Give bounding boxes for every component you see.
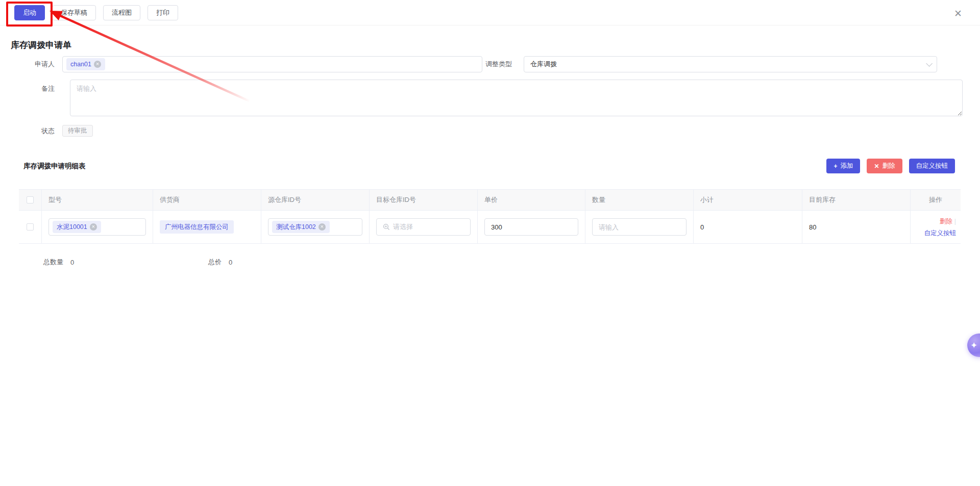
x-icon: ✕ bbox=[874, 163, 879, 170]
search-icon bbox=[383, 223, 390, 231]
tag-close-icon[interactable]: × bbox=[318, 223, 326, 231]
tag-close-icon[interactable]: × bbox=[94, 61, 101, 68]
model-tag-text: 水泥10001 bbox=[57, 223, 87, 232]
save-draft-button[interactable]: 保存草稿 bbox=[52, 5, 96, 20]
sparkle-icon: ✦ bbox=[970, 340, 977, 351]
quantity-input[interactable] bbox=[599, 223, 680, 231]
header-subtotal: 小计 bbox=[694, 190, 802, 210]
applicant-tag: chan01 × bbox=[66, 58, 105, 70]
header-actions: 操作 bbox=[911, 190, 961, 210]
applicant-tag-text: chan01 bbox=[70, 61, 91, 68]
table-header-row: 型号 供货商 源仓库ID号 目标仓库ID号 单价 数量 小计 目前库存 操作 bbox=[19, 189, 961, 211]
unit-price-input[interactable] bbox=[491, 223, 572, 231]
detail-buttons: + 添加 ✕ 删除 自定义按钮 bbox=[826, 159, 955, 173]
total-quantity: 总数量 0 bbox=[43, 258, 74, 267]
custom-button-label: 自定义按钮 bbox=[916, 162, 948, 170]
print-button[interactable]: 打印 bbox=[148, 5, 178, 20]
table-row: 水泥10001 × 广州电器信息有限公司 测试仓库1002 × bbox=[19, 211, 961, 244]
toolbar: 启动 保存草稿 流程图 打印 bbox=[0, 0, 980, 25]
flowchart-button[interactable]: 流程图 bbox=[103, 5, 140, 20]
applicant-row: 申请人 chan01 × 调整类型 仓库调拨 bbox=[0, 56, 980, 72]
supplier-tag: 广州电器信息有限公司 bbox=[160, 220, 234, 234]
source-warehouse-field[interactable]: 测试仓库1002 × bbox=[268, 218, 362, 236]
header-quantity: 数量 bbox=[585, 190, 694, 210]
header-model: 型号 bbox=[42, 190, 153, 210]
header-source-warehouse: 源仓库ID号 bbox=[261, 190, 370, 210]
model-field[interactable]: 水泥10001 × bbox=[48, 218, 146, 236]
header-supplier: 供货商 bbox=[153, 190, 261, 210]
total-price: 总价 0 bbox=[208, 258, 232, 267]
total-price-value: 0 bbox=[229, 259, 232, 266]
detail-table-title: 库存调拨申请明细表 bbox=[23, 162, 86, 171]
header-current-stock: 目前库存 bbox=[802, 190, 911, 210]
row-delete-link[interactable]: 删除 bbox=[940, 218, 952, 225]
add-row-label: 添加 bbox=[840, 162, 853, 170]
page-title: 库存调拨申请单 bbox=[11, 39, 71, 51]
add-row-button[interactable]: + 添加 bbox=[826, 159, 860, 173]
source-warehouse-tag: 测试仓库1002 × bbox=[272, 221, 330, 233]
target-warehouse-picker[interactable]: 请选择 bbox=[376, 218, 471, 236]
header-unit-price: 单价 bbox=[478, 190, 585, 210]
close-icon[interactable]: ✕ bbox=[954, 9, 962, 18]
quantity-cell bbox=[592, 218, 687, 236]
detail-table: 型号 供货商 源仓库ID号 目标仓库ID号 单价 数量 小计 目前库存 操作 水… bbox=[19, 189, 961, 244]
chevron-down-icon bbox=[926, 60, 933, 67]
row-actions: 删除| 自定义按钮 bbox=[911, 211, 961, 243]
ai-assistant-button[interactable]: ✦ bbox=[967, 334, 980, 357]
status-row: 状态 待审批 bbox=[0, 125, 93, 137]
applicant-field[interactable]: chan01 × bbox=[62, 56, 482, 72]
custom-button[interactable]: 自定义按钮 bbox=[909, 159, 955, 173]
status-badge: 待审批 bbox=[62, 125, 93, 137]
header-target-warehouse: 目标仓库ID号 bbox=[370, 190, 478, 210]
target-warehouse-placeholder: 请选择 bbox=[393, 222, 413, 232]
select-all-checkbox[interactable] bbox=[27, 196, 34, 203]
delete-rows-label: 删除 bbox=[883, 162, 895, 170]
total-quantity-label: 总数量 bbox=[43, 258, 63, 267]
plus-icon: + bbox=[834, 163, 837, 170]
remark-label: 备注 bbox=[0, 84, 62, 93]
model-tag: 水泥10001 × bbox=[53, 221, 101, 233]
inventory-transfer-page: 启动 保存草稿 流程图 打印 ✕ 库存调拨申请单 申请人 chan01 × 调整… bbox=[0, 0, 980, 486]
adjust-type-value: 仓库调拨 bbox=[530, 60, 557, 69]
actions-divider: | bbox=[954, 218, 956, 225]
total-price-label: 总价 bbox=[208, 258, 222, 267]
unit-price-cell bbox=[484, 218, 578, 236]
current-stock-value: 80 bbox=[802, 211, 911, 243]
adjust-type-select[interactable]: 仓库调拨 bbox=[524, 56, 937, 72]
applicant-label: 申请人 bbox=[0, 60, 62, 69]
row-custom-link[interactable]: 自定义按钮 bbox=[924, 228, 957, 239]
adjust-type-label: 调整类型 bbox=[482, 60, 524, 69]
tag-close-icon[interactable]: × bbox=[90, 223, 97, 231]
subtotal-value: 0 bbox=[694, 211, 802, 243]
start-button[interactable]: 启动 bbox=[14, 5, 45, 20]
remark-textarea[interactable] bbox=[70, 80, 963, 116]
status-label: 状态 bbox=[0, 126, 62, 136]
delete-rows-button[interactable]: ✕ 删除 bbox=[867, 159, 902, 173]
row-checkbox[interactable] bbox=[27, 223, 34, 231]
source-warehouse-tag-text: 测试仓库1002 bbox=[276, 223, 316, 232]
total-quantity-value: 0 bbox=[70, 259, 74, 266]
